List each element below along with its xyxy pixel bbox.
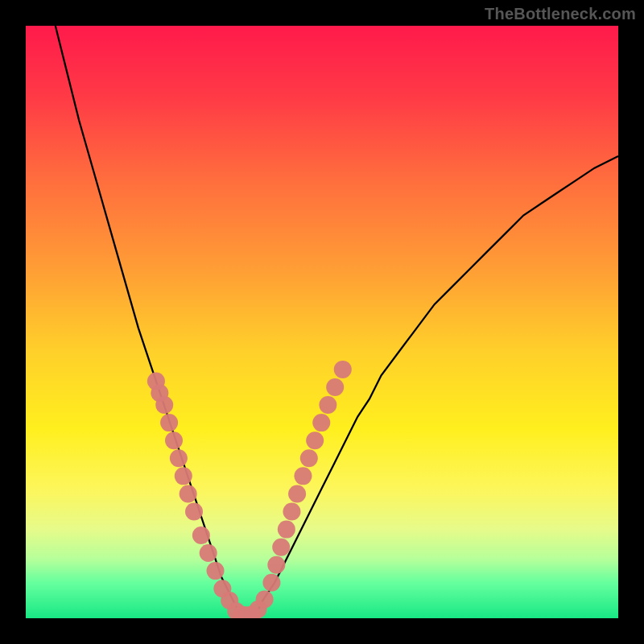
right-branch-markers <box>326 378 344 396</box>
left-branch-markers <box>192 526 210 544</box>
left-branch-markers <box>207 562 225 580</box>
bottom-markers <box>256 590 274 608</box>
left-branch-markers <box>185 503 203 521</box>
left-branch-markers <box>180 485 197 502</box>
left-branch-markers <box>170 449 188 467</box>
left-branch-markers <box>175 467 192 485</box>
right-branch-markers <box>294 467 312 485</box>
chart-svg <box>26 26 618 618</box>
right-branch-markers <box>312 414 330 431</box>
left-branch-markers <box>200 544 217 562</box>
right-branch-markers <box>319 396 336 414</box>
outer-frame: TheBottleneck.com <box>0 0 644 644</box>
right-branch-markers <box>267 556 285 574</box>
left-branch-markers <box>155 396 173 414</box>
right-branch-markers <box>283 503 300 521</box>
right-branch-markers <box>278 521 295 539</box>
plot-area <box>26 26 618 618</box>
right-branch-markers <box>334 361 352 378</box>
left-branch-markers <box>165 431 183 449</box>
watermark-text: TheBottleneck.com <box>485 5 636 23</box>
right-branch-markers <box>288 485 306 502</box>
bottleneck-curve <box>56 26 618 618</box>
right-branch-markers <box>300 449 318 467</box>
right-branch-markers <box>262 574 280 592</box>
right-branch-markers <box>306 431 324 449</box>
left-branch-markers <box>160 414 178 431</box>
right-branch-markers <box>272 539 290 556</box>
